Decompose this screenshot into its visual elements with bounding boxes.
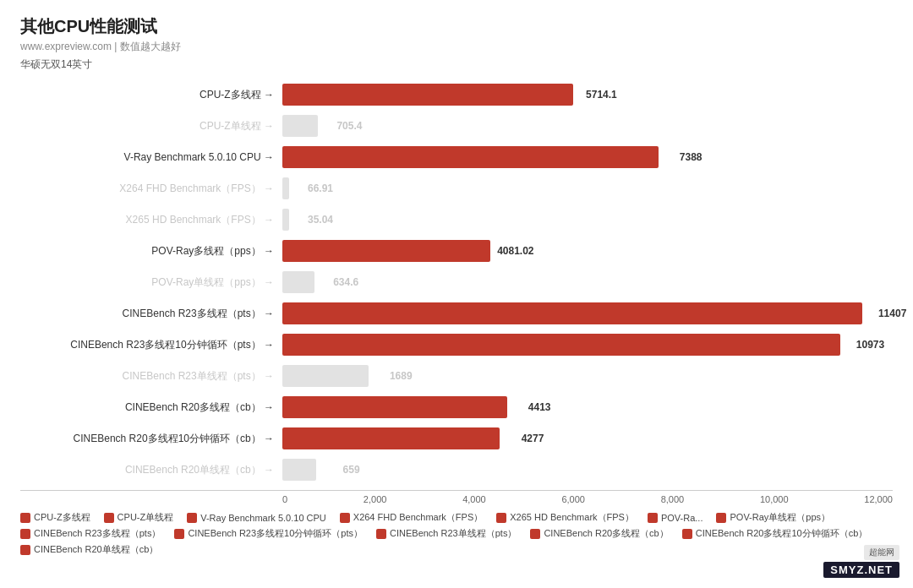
bar-value: 4081.02 xyxy=(497,245,533,257)
legend-item: CPU-Z多线程 xyxy=(20,511,90,524)
bar-row: POV-Ray多线程（pps） →4081.02 xyxy=(20,237,893,265)
page-title: 其他CPU性能测试 xyxy=(20,15,893,38)
bar-fill: 7388 xyxy=(282,146,659,168)
bar-track: 4081.02 xyxy=(282,237,893,265)
bar-label: X264 FHD Benchmark（FPS） → xyxy=(20,182,282,196)
bar-value: 10973 xyxy=(856,339,884,351)
bar-row: CPU-Z多线程 →5714.1 xyxy=(20,80,893,109)
bar-row: POV-Ray单线程（pps） →634.6 xyxy=(20,268,893,297)
legend-color-dot xyxy=(187,513,197,523)
watermark-top: 超能网 xyxy=(864,545,899,560)
bar-row: V-Ray Benchmark 5.0.10 CPU →7388 xyxy=(20,143,893,172)
bar-value: 11407 xyxy=(878,308,906,319)
bar-fill: 66.91 xyxy=(282,177,289,199)
bar-fill: 4413 xyxy=(282,396,507,418)
bar-fill: 4081.02 xyxy=(282,240,490,262)
legend-item: CINEBench R20多线程（cb） xyxy=(530,527,668,540)
legend-color-dot xyxy=(682,529,692,539)
legend-label: CINEBench R20多线程（cb） xyxy=(544,527,668,540)
bar-label: CINEBench R23单线程（pts） → xyxy=(20,369,282,384)
bar-track: 11407 xyxy=(282,299,893,328)
legend-color-dot xyxy=(716,513,726,523)
bar-track: 5714.1 xyxy=(282,80,893,109)
device-label: 华硕无双14英寸 xyxy=(20,57,893,72)
bar-row: CINEBench R20单线程（cb） →659 xyxy=(20,455,893,484)
bar-fill: 35.04 xyxy=(282,209,289,231)
legend-label: V-Ray Benchmark 5.0.10 CPU xyxy=(200,513,326,523)
x-axis-label: 12,000 xyxy=(864,494,893,504)
bar-track: 1689 xyxy=(282,362,893,390)
bar-track: 7388 xyxy=(282,143,893,172)
bar-row: CINEBench R20多线程10分钟循环（cb） →4277 xyxy=(20,424,893,453)
legend-color-dot xyxy=(496,513,506,523)
legend-color-dot xyxy=(20,529,30,539)
legend-label: CINEBench R23多线程（pts） xyxy=(34,527,161,540)
bar-track: 4277 xyxy=(282,424,893,453)
legend-color-dot xyxy=(104,513,114,523)
bar-track: 634.6 xyxy=(282,268,893,297)
legend-color-dot xyxy=(376,529,386,539)
bar-row: X264 FHD Benchmark（FPS） →66.91 xyxy=(20,174,893,203)
legend-label: CINEBench R23多线程10分钟循环（pts） xyxy=(188,527,363,540)
legend-item: X264 FHD Benchmark（FPS） xyxy=(340,511,483,524)
legend-label: CINEBench R20多线程10分钟循环（cb） xyxy=(696,527,868,540)
legend-label: POV-Ra... xyxy=(661,513,703,523)
bar-fill: 5714.1 xyxy=(282,84,573,106)
legend-item: CINEBench R20单线程（cb） xyxy=(20,543,158,556)
watermark: 超能网 SMYZ.NET xyxy=(823,545,899,578)
bar-fill: 10973 xyxy=(282,334,840,356)
bar-track: 705.4 xyxy=(282,112,893,140)
x-axis-labels: 02,0004,0006,0008,00010,00012,000 xyxy=(282,491,893,504)
bar-label: CPU-Z多线程 → xyxy=(20,88,282,102)
bar-fill: 4277 xyxy=(282,427,500,449)
bar-track: 4413 xyxy=(282,393,893,422)
bar-value: 4413 xyxy=(528,401,551,413)
legend-item: POV-Ra... xyxy=(648,511,703,524)
legend-color-dot xyxy=(648,513,658,523)
bar-value: 5714.1 xyxy=(586,89,617,101)
x-axis-label: 8,000 xyxy=(661,494,685,504)
bar-label: CINEBench R23多线程10分钟循环（pts） → xyxy=(20,338,282,352)
legend-item: V-Ray Benchmark 5.0.10 CPU xyxy=(187,511,326,524)
bar-label: CPU-Z单线程 → xyxy=(20,119,282,133)
bar-value: 634.6 xyxy=(333,276,358,288)
legend-color-dot xyxy=(530,529,540,539)
legend-item: CINEBench R23单线程（pts） xyxy=(376,527,517,540)
legend-item: X265 HD Benchmark（FPS） xyxy=(496,511,634,524)
x-axis: 02,0004,0006,0008,00010,00012,000 xyxy=(20,490,893,504)
legend-item: CPU-Z单线程 xyxy=(104,511,174,524)
legend-label: X265 HD Benchmark（FPS） xyxy=(510,511,634,524)
legend-item: CINEBench R23多线程10分钟循环（pts） xyxy=(174,527,363,540)
bar-row: CINEBench R23单线程（pts） →1689 xyxy=(20,362,893,390)
bar-label: X265 HD Benchmark（FPS） → xyxy=(20,213,282,227)
legend-label: POV-Ray单线程（pps） xyxy=(730,511,830,524)
bar-value: 66.91 xyxy=(308,182,333,194)
bar-fill: 634.6 xyxy=(282,271,314,293)
x-axis-label: 4,000 xyxy=(462,494,486,504)
main-container: 其他CPU性能测试 www.expreview.com | 数值越大越好 华硕无… xyxy=(0,0,913,568)
bar-value: 35.04 xyxy=(308,214,333,226)
legend-label: CINEBench R23单线程（pts） xyxy=(390,527,517,540)
bar-value: 1689 xyxy=(390,370,413,382)
bar-fill: 705.4 xyxy=(282,115,318,137)
bar-value: 7388 xyxy=(680,151,703,163)
legend-item: POV-Ray单线程（pps） xyxy=(716,511,830,524)
source-label: www.expreview.com | 数值越大越好 xyxy=(20,40,893,54)
bar-track: 659 xyxy=(282,455,893,484)
legend-color-dot xyxy=(20,513,30,523)
legend-label: CPU-Z多线程 xyxy=(34,511,90,524)
legend-color-dot xyxy=(20,545,30,555)
bar-label: POV-Ray多线程（pps） → xyxy=(20,244,282,259)
legend-color-dot xyxy=(174,529,184,539)
bar-fill: 659 xyxy=(282,459,316,481)
watermark-bottom: SMYZ.NET xyxy=(823,562,899,578)
bar-label: CINEBench R20单线程（cb） → xyxy=(20,463,282,477)
bar-label: POV-Ray单线程（pps） → xyxy=(20,275,282,290)
x-axis-label: 6,000 xyxy=(561,494,585,504)
legend-item: CINEBench R23多线程（pts） xyxy=(20,527,161,540)
bar-row: CINEBench R23多线程（pts） →11407 xyxy=(20,299,893,328)
x-axis-label: 2,000 xyxy=(364,494,387,504)
bar-row: X265 HD Benchmark（FPS） →35.04 xyxy=(20,205,893,234)
legend-area: CPU-Z多线程CPU-Z单线程V-Ray Benchmark 5.0.10 C… xyxy=(20,504,893,559)
bar-track: 66.91 xyxy=(282,174,893,203)
